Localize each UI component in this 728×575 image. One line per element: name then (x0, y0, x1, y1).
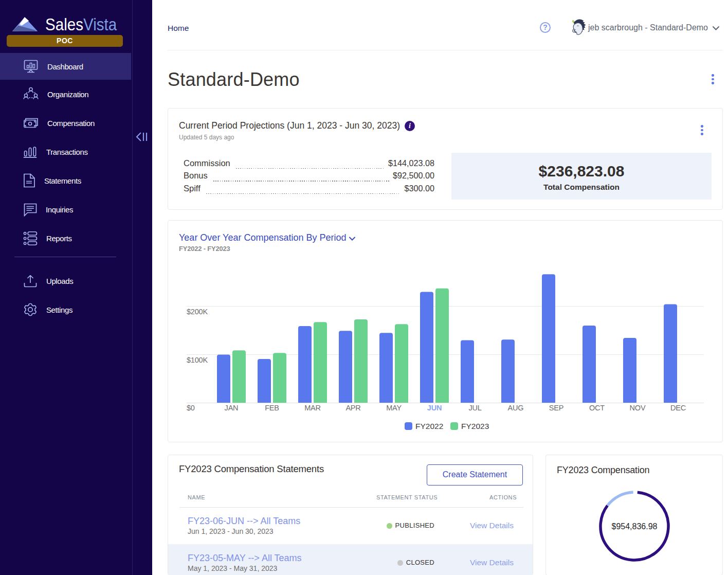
svg-text:FEB: FEB (265, 404, 279, 412)
svg-text:OCT: OCT (589, 404, 605, 412)
svg-text:FY2022: FY2022 (415, 422, 443, 430)
svg-text:AUG: AUG (508, 404, 524, 412)
svg-text:APR: APR (345, 404, 360, 412)
svg-text:NOV: NOV (630, 404, 646, 412)
svg-text:DEC: DEC (670, 404, 686, 412)
svg-text:$100K: $100K (187, 356, 208, 364)
svg-text:FY2023: FY2023 (461, 422, 489, 430)
svg-text:$954,836.98: $954,836.98 (612, 522, 658, 531)
svg-text:$0: $0 (187, 404, 195, 412)
svg-text:MAR: MAR (304, 404, 321, 412)
svg-text:MAY: MAY (386, 404, 402, 412)
svg-text:JAN: JAN (225, 404, 239, 412)
svg-text:SEP: SEP (549, 404, 563, 412)
svg-text:JUN: JUN (427, 404, 442, 412)
svg-text:JUL: JUL (468, 404, 481, 412)
svg-text:$200K: $200K (187, 308, 208, 316)
